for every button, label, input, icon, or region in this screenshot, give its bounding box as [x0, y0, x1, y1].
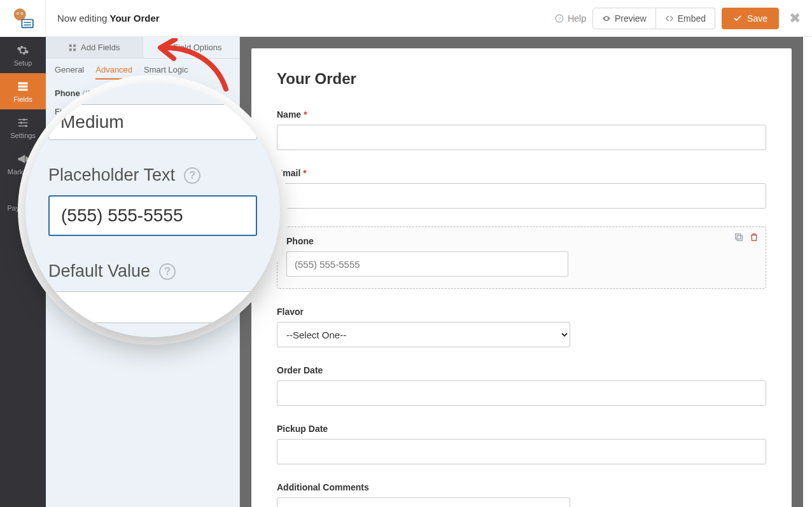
wpforms-logo-icon [11, 6, 35, 31]
preview-label: Preview [615, 13, 647, 24]
svg-point-4 [21, 13, 22, 14]
field-order-date[interactable]: Order Date [277, 365, 766, 406]
tab-add-fields[interactable]: Add Fields [46, 37, 143, 59]
nav-setup[interactable]: Setup [0, 37, 46, 73]
editing-form-title: Your Order [110, 13, 160, 24]
svg-point-3 [17, 13, 18, 14]
svg-rect-19 [69, 48, 72, 51]
code-icon [665, 14, 674, 23]
nav-fields[interactable]: Fields [0, 73, 46, 109]
field-comments[interactable]: Additional Comments [277, 482, 766, 507]
fields-icon [17, 80, 29, 93]
svg-rect-17 [69, 44, 72, 46]
svg-text:$: $ [20, 191, 25, 200]
field-flavor-label: Flavor [277, 307, 766, 317]
svg-rect-5 [22, 20, 32, 28]
embed-label: Embed [678, 13, 706, 24]
form-canvas: Your Order Name* Email* Phone Flavor --S… [240, 37, 803, 507]
trash-icon[interactable] [749, 232, 759, 242]
sliders-icon [17, 116, 29, 129]
required-asterisk: * [303, 168, 306, 178]
field-size-select[interactable]: Medium [48, 104, 257, 140]
nav-settings-label: Settings [10, 132, 36, 139]
field-size-value: Medium [60, 112, 124, 132]
svg-rect-8 [18, 82, 28, 84]
field-crumb-name: Phone [55, 88, 80, 98]
field-pickup-date[interactable]: Pickup Date [277, 424, 766, 464]
nav-settings[interactable]: Settings [0, 109, 46, 146]
embed-button[interactable]: Embed [656, 8, 715, 29]
help-tooltip-icon[interactable]: ? [159, 263, 176, 280]
help-link[interactable]: ? Help [555, 13, 586, 24]
eye-icon [602, 14, 611, 23]
megaphone-icon [17, 153, 29, 165]
subtab-general[interactable]: General [55, 65, 84, 80]
svg-rect-20 [73, 48, 76, 51]
svg-point-13 [25, 125, 27, 127]
svg-text:?: ? [558, 15, 561, 21]
top-bar: Now editing Your Order ? Help Preview Em… [46, 0, 812, 37]
svg-rect-10 [18, 88, 28, 90]
subtab-advanced[interactable]: Advanced [95, 65, 132, 80]
selected-field-outline: Phone [277, 226, 766, 289]
grid-icon [68, 43, 77, 52]
save-label: Save [747, 13, 767, 24]
svg-rect-22 [737, 235, 742, 240]
preview-button[interactable]: Preview [592, 8, 656, 29]
svg-rect-9 [18, 85, 28, 87]
help-tooltip-icon[interactable]: ? [184, 167, 200, 184]
placeholder-text-label: Placeholder Text [48, 165, 175, 185]
app-logo [0, 0, 46, 37]
svg-rect-21 [736, 234, 741, 239]
help-label: Help [568, 13, 586, 24]
order-date-input[interactable] [277, 380, 766, 406]
field-name[interactable]: Name* [277, 109, 766, 150]
form-card: Your Order Name* Email* Phone Flavor --S… [251, 48, 792, 507]
form-title: Your Order [277, 70, 766, 88]
field-flavor[interactable]: Flavor --Select One-- [277, 307, 766, 347]
field-phone-label: Phone [286, 236, 314, 246]
pickup-date-input[interactable] [277, 439, 766, 464]
nav-fields-label: Fields [13, 95, 32, 103]
duplicate-icon[interactable] [734, 232, 744, 242]
email-input[interactable] [277, 183, 766, 209]
nav-setup-label: Setup [14, 59, 32, 67]
field-phone[interactable]: Phone [277, 226, 766, 289]
required-asterisk: * [304, 109, 307, 120]
field-order-date-label: Order Date [277, 365, 766, 375]
arrow-icon [153, 38, 235, 95]
tab-add-fields-label: Add Fields [81, 43, 120, 52]
gear-icon [17, 44, 29, 57]
annotation-arrow [153, 38, 235, 97]
svg-rect-18 [73, 44, 76, 46]
default-value-label: Default Value [48, 261, 150, 281]
check-icon [733, 14, 742, 23]
magnifier-lens: Medium Placeholder Text ? Default Value … [25, 83, 280, 337]
field-email-label: Email [277, 168, 300, 178]
name-input[interactable] [277, 125, 766, 150]
field-email[interactable]: Email* [277, 168, 766, 209]
svg-point-0 [13, 8, 25, 20]
close-builder[interactable]: ✖ [789, 10, 801, 27]
svg-point-12 [20, 122, 22, 123]
editing-indicator: Now editing Your Order [57, 13, 160, 24]
placeholder-text-input[interactable] [48, 195, 257, 236]
phone-input[interactable] [286, 251, 568, 277]
help-icon: ? [555, 14, 564, 23]
field-name-label: Name [277, 109, 301, 120]
flavor-select[interactable]: --Select One-- [277, 322, 570, 347]
field-comments-label: Additional Comments [277, 482, 766, 492]
save-button[interactable]: Save [722, 8, 779, 29]
editing-prefix: Now editing [57, 13, 107, 24]
svg-point-11 [23, 118, 25, 120]
preview-embed-group: Preview Embed [592, 8, 715, 29]
comments-textarea[interactable] [277, 497, 570, 507]
field-pickup-date-label: Pickup Date [277, 424, 766, 434]
